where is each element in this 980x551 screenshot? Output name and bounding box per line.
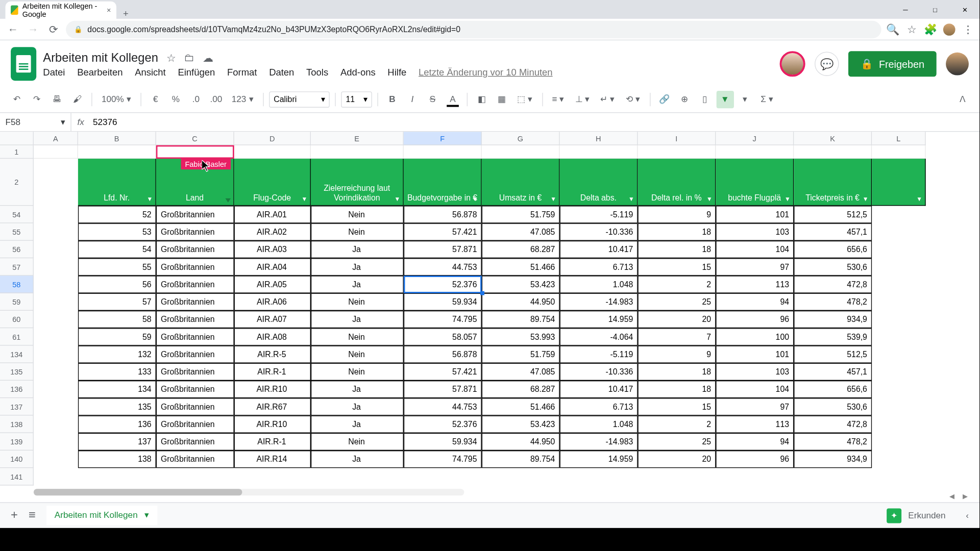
fill-color-button[interactable]: ◧ bbox=[473, 90, 490, 108]
comments-button[interactable]: 💬 bbox=[815, 52, 839, 76]
cell[interactable] bbox=[872, 450, 925, 468]
cell[interactable]: Ja bbox=[311, 398, 404, 415]
col-header-B[interactable]: B bbox=[78, 132, 156, 145]
strikethrough-button[interactable]: S bbox=[424, 90, 441, 108]
link-button[interactable]: 🔗 bbox=[656, 90, 673, 108]
cell[interactable]: 89.754 bbox=[482, 311, 560, 328]
col-header-A[interactable]: A bbox=[34, 132, 78, 145]
cell[interactable]: 18 bbox=[638, 241, 716, 258]
cell[interactable]: 15 bbox=[638, 258, 716, 276]
cell[interactable]: Großbritannien bbox=[156, 345, 234, 363]
row-header-137[interactable]: 137 bbox=[0, 398, 34, 415]
cell[interactable] bbox=[34, 381, 78, 398]
col-header-H[interactable]: H bbox=[560, 132, 638, 145]
cell[interactable] bbox=[794, 145, 872, 159]
col-header-K[interactable]: K bbox=[794, 132, 872, 145]
cell[interactable]: AIR.A02 bbox=[234, 223, 311, 241]
header-cell[interactable] bbox=[872, 159, 925, 206]
cell[interactable] bbox=[404, 145, 482, 159]
cell[interactable]: AIR.A01 bbox=[234, 206, 311, 223]
cell[interactable]: 44.753 bbox=[404, 258, 482, 276]
cell[interactable]: -5.119 bbox=[560, 206, 638, 223]
cell[interactable]: 1.048 bbox=[560, 416, 638, 433]
cell[interactable]: 10.417 bbox=[560, 381, 638, 398]
cell[interactable]: Ja bbox=[311, 450, 404, 468]
cell[interactable]: 44.753 bbox=[404, 398, 482, 415]
cell[interactable]: 53.423 bbox=[482, 416, 560, 433]
cell[interactable]: 103 bbox=[716, 363, 794, 381]
col-header-J[interactable]: J bbox=[716, 132, 794, 145]
cell[interactable] bbox=[872, 223, 925, 241]
cell[interactable] bbox=[872, 363, 925, 381]
cell[interactable]: 934,9 bbox=[794, 311, 872, 328]
doc-title[interactable]: Arbeiten mit Kollegen bbox=[43, 51, 158, 65]
percent-button[interactable]: % bbox=[167, 90, 184, 108]
header-cell[interactable]: Lfd. Nr. bbox=[78, 159, 156, 206]
filter-menu[interactable]: ▾ bbox=[737, 90, 754, 108]
cell[interactable] bbox=[34, 433, 78, 450]
cell[interactable]: 18 bbox=[638, 223, 716, 241]
minimize-button[interactable]: ─ bbox=[891, 0, 920, 19]
currency-button[interactable]: € bbox=[147, 90, 164, 108]
filter-icon[interactable] bbox=[146, 196, 153, 203]
formula-input[interactable]: 52376 bbox=[90, 117, 117, 127]
cell[interactable]: 135 bbox=[78, 398, 156, 415]
cell[interactable]: 103 bbox=[716, 223, 794, 241]
header-cell[interactable] bbox=[34, 159, 78, 206]
cell[interactable] bbox=[872, 345, 925, 363]
cell[interactable]: 74.795 bbox=[404, 450, 482, 468]
cell[interactable]: 656,6 bbox=[794, 381, 872, 398]
col-header-C[interactable]: C bbox=[156, 132, 234, 145]
cell[interactable]: Großbritannien bbox=[156, 293, 234, 311]
row-header-141[interactable]: 141 bbox=[0, 468, 34, 485]
cell[interactable]: 44.950 bbox=[482, 433, 560, 450]
cell[interactable]: 56.878 bbox=[404, 206, 482, 223]
cell[interactable]: Ja bbox=[311, 258, 404, 276]
cell[interactable]: 47.085 bbox=[482, 223, 560, 241]
cell[interactable] bbox=[872, 311, 925, 328]
cell[interactable]: 1.048 bbox=[560, 276, 638, 293]
header-cell[interactable]: Budgetvorgabe in € bbox=[404, 159, 482, 206]
browser-tab[interactable]: Arbeiten mit Kollegen - Google × bbox=[6, 2, 116, 19]
cell[interactable]: Ja bbox=[311, 241, 404, 258]
cell[interactable] bbox=[34, 363, 78, 381]
cell[interactable]: AIR.A07 bbox=[234, 311, 311, 328]
maximize-button[interactable]: □ bbox=[920, 0, 950, 19]
header-cell[interactable]: Delta abs. bbox=[560, 159, 638, 206]
chevron-down-icon[interactable]: ▾ bbox=[144, 510, 149, 520]
cell[interactable]: 9 bbox=[638, 345, 716, 363]
cell[interactable]: Großbritannien bbox=[156, 258, 234, 276]
header-cell[interactable]: Ticketpreis in € bbox=[794, 159, 872, 206]
cell[interactable]: 68.287 bbox=[482, 241, 560, 258]
cell[interactable]: Nein bbox=[311, 345, 404, 363]
cell[interactable]: Großbritannien bbox=[156, 433, 234, 450]
cell[interactable]: 14.959 bbox=[560, 450, 638, 468]
cell[interactable]: AIR.R-5 bbox=[234, 345, 311, 363]
cell[interactable] bbox=[34, 450, 78, 468]
cell[interactable]: Ja bbox=[311, 276, 404, 293]
cell[interactable] bbox=[872, 206, 925, 223]
cell[interactable]: 57 bbox=[78, 293, 156, 311]
cell[interactable]: Großbritannien bbox=[156, 311, 234, 328]
cell[interactable]: -4.064 bbox=[560, 328, 638, 345]
cell[interactable] bbox=[156, 145, 234, 159]
paint-format-button[interactable]: 🖌 bbox=[68, 90, 86, 108]
cell[interactable]: Nein bbox=[311, 293, 404, 311]
menu-format[interactable]: Format bbox=[227, 66, 257, 77]
merge-button[interactable]: ⬚ ▾ bbox=[513, 90, 537, 108]
cell[interactable]: 133 bbox=[78, 363, 156, 381]
filter-button[interactable]: ▼ bbox=[716, 90, 733, 108]
cell[interactable] bbox=[234, 145, 311, 159]
cell[interactable]: 18 bbox=[638, 381, 716, 398]
add-sheet-button[interactable]: + bbox=[11, 508, 18, 522]
cell[interactable] bbox=[34, 398, 78, 415]
filter-icon[interactable] bbox=[302, 196, 308, 203]
cell[interactable]: 478,2 bbox=[794, 293, 872, 311]
cell[interactable] bbox=[872, 258, 925, 276]
undo-button[interactable]: ↶ bbox=[8, 90, 26, 108]
cell[interactable]: 56.878 bbox=[404, 345, 482, 363]
cell[interactable] bbox=[482, 145, 560, 159]
menu-icon[interactable]: ⋮ bbox=[962, 23, 974, 35]
cell[interactable] bbox=[872, 145, 925, 159]
cell[interactable]: -10.336 bbox=[560, 223, 638, 241]
